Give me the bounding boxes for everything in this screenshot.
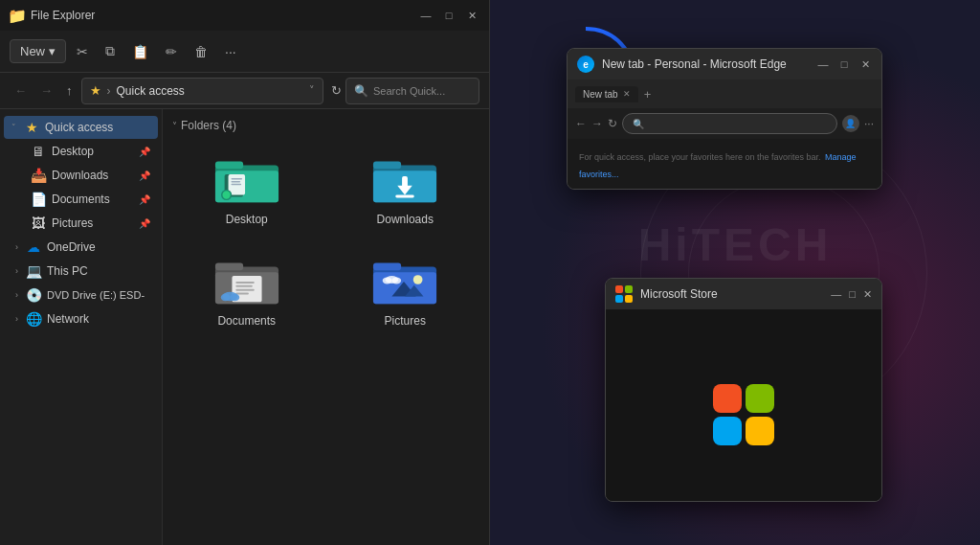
edge-refresh-btn[interactable]: ↻ <box>608 117 617 130</box>
rename-button[interactable]: ✏ <box>159 39 184 64</box>
ms-store-titlebar: Microsoft Store — □ ✕ <box>606 279 881 309</box>
svg-rect-5 <box>231 178 242 179</box>
pin-icon: 📌 <box>139 147 150 157</box>
paste-button[interactable]: 📋 <box>125 39 155 64</box>
ms-store-window: Microsoft Store — □ ✕ <box>605 278 882 502</box>
documents-folder-svg <box>213 253 280 307</box>
svg-point-31 <box>413 275 423 284</box>
edge-minimize[interactable]: — <box>816 58 830 71</box>
address-bar: ← → ↑ ★ › Quick access ˅ ↻ 🔍 Search Quic… <box>0 73 489 109</box>
close-button[interactable]: ✕ <box>464 10 479 22</box>
pictures-folder-svg <box>371 253 438 307</box>
file-explorer-icon: 📁 <box>10 8 25 23</box>
network-icon: 🌐 <box>26 311 41 327</box>
downloads-folder-svg <box>371 151 438 205</box>
downloads-folder-icon <box>371 149 438 207</box>
delete-button[interactable]: 🗑 <box>188 39 214 64</box>
up-button[interactable]: ↑ <box>61 80 78 101</box>
minimize-button[interactable]: — <box>418 10 434 22</box>
svg-rect-20 <box>235 285 253 287</box>
ms-store-app-icon <box>713 384 774 445</box>
copy-button[interactable]: ⧉ <box>99 38 122 64</box>
edge-new-tab-button[interactable]: + <box>644 87 652 102</box>
sidebar-item-quick-access[interactable]: ˅ ★ Quick access <box>4 116 158 139</box>
svg-rect-6 <box>231 181 240 182</box>
quick-access-star-icon: ★ <box>24 120 39 135</box>
documents-folder-label: Documents <box>217 314 276 328</box>
edge-maximize[interactable]: □ <box>837 58 851 71</box>
app-icon-cell-1 <box>713 384 742 413</box>
maximize-button[interactable]: □ <box>441 10 457 22</box>
sidebar-item-dvd[interactable]: › 💿 DVD Drive (E:) ESD- <box>4 284 158 307</box>
title-bar: 📁 File Explorer — □ ✕ <box>0 0 489 31</box>
folder-item-desktop[interactable]: Desktop <box>172 142 322 234</box>
sidebar-downloads-label: Downloads <box>52 169 133 182</box>
ms-store-close[interactable]: ✕ <box>863 288 872 301</box>
sidebar-item-onedrive[interactable]: › ☁ OneDrive <box>4 236 158 259</box>
sidebar-item-thispc[interactable]: › 💻 This PC <box>4 260 158 283</box>
desktop-folder-svg <box>213 151 280 205</box>
network-expand-icon: › <box>15 314 18 324</box>
edge-more-btn[interactable]: ··· <box>864 117 874 130</box>
app-icon-cell-2 <box>746 384 774 413</box>
ms-store-controls: — □ ✕ <box>831 288 872 301</box>
forward-button[interactable]: → <box>35 80 57 101</box>
svg-rect-10 <box>373 162 401 170</box>
folder-item-pictures[interactable]: Pictures <box>331 243 480 335</box>
refresh-button[interactable]: ↻ <box>331 83 342 98</box>
svg-point-25 <box>230 294 239 302</box>
folders-header: ˅ Folders (4) <box>172 119 479 132</box>
cut-button[interactable]: ✂ <box>70 39 95 64</box>
sidebar-dvd-label: DVD Drive (E:) ESD- <box>47 289 150 301</box>
edge-tabs-bar: New tab ✕ + <box>568 79 881 108</box>
sidebar-item-downloads[interactable]: 📥 Downloads 📌 <box>4 164 158 187</box>
edge-tab-label: New tab <box>583 89 618 100</box>
edge-toolbar: ← → ↻ 🔍 👤 ··· <box>568 108 881 139</box>
search-box[interactable]: 🔍 Search Quick... <box>345 78 479 104</box>
title-bar-left: 📁 File Explorer <box>10 8 95 23</box>
sidebar-onedrive-label: OneDrive <box>47 240 150 254</box>
more-options-button[interactable]: ··· <box>218 39 243 64</box>
window-title: File Explorer <box>31 9 95 22</box>
ms-logo-cell-1 <box>615 285 623 293</box>
onedrive-icon: ☁ <box>26 239 41 255</box>
edge-address-bar[interactable]: 🔍 <box>622 113 837 134</box>
search-placeholder: Search Quick... <box>373 85 445 97</box>
sidebar-item-pictures[interactable]: 🖼 Pictures 📌 <box>4 212 158 235</box>
expand-icon: ˅ <box>11 123 16 132</box>
folder-item-downloads[interactable]: Downloads <box>331 142 480 234</box>
folder-item-documents[interactable]: Documents <box>172 243 322 335</box>
edge-window: e New tab - Personal - Microsoft Edge — … <box>567 48 882 190</box>
sidebar-item-documents[interactable]: 📄 Documents 📌 <box>4 188 158 211</box>
edge-forward-btn[interactable]: → <box>591 117 603 130</box>
pictures-icon: 🖼 <box>31 216 46 231</box>
sidebar: ˅ ★ Quick access 🖥 Desktop 📌 📥 Downloads… <box>0 109 163 545</box>
sidebar-item-network[interactable]: › 🌐 Network <box>4 307 158 330</box>
address-path: Quick access <box>117 84 304 98</box>
ms-store-maximize[interactable]: □ <box>849 288 856 301</box>
address-star-icon: ★ <box>90 83 101 98</box>
address-box[interactable]: ★ › Quick access ˅ <box>81 78 324 104</box>
svg-rect-22 <box>235 293 249 295</box>
folders-header-label: Folders (4) <box>181 119 236 132</box>
sidebar-network-label: Network <box>47 312 150 326</box>
back-button[interactable]: ← <box>10 80 32 101</box>
address-chevron-icon[interactable]: ˅ <box>309 84 315 97</box>
edge-window-title: New tab - Personal - Microsoft Edge <box>602 57 809 71</box>
edge-content: For quick access, place your favorites h… <box>568 139 881 189</box>
new-button[interactable]: New ▾ <box>10 39 66 63</box>
ms-store-logo <box>615 285 633 303</box>
edge-tab-newtab[interactable]: New tab ✕ <box>575 86 638 102</box>
sidebar-item-desktop[interactable]: 🖥 Desktop 📌 <box>4 140 158 163</box>
edge-tab-close-icon[interactable]: ✕ <box>623 89 631 99</box>
profile-letter: 👤 <box>845 119 856 128</box>
content-area: ˅ Folders (4) <box>163 109 489 545</box>
ms-store-minimize[interactable]: — <box>831 288 841 301</box>
pictures-folder-icon <box>371 251 438 308</box>
edge-back-btn[interactable]: ← <box>575 117 587 130</box>
ms-logo-cell-4 <box>625 295 633 303</box>
svg-rect-14 <box>396 195 414 198</box>
edge-profile-icon[interactable]: 👤 <box>842 115 859 132</box>
edge-close[interactable]: ✕ <box>858 58 872 71</box>
window-controls: — □ ✕ <box>418 10 479 22</box>
